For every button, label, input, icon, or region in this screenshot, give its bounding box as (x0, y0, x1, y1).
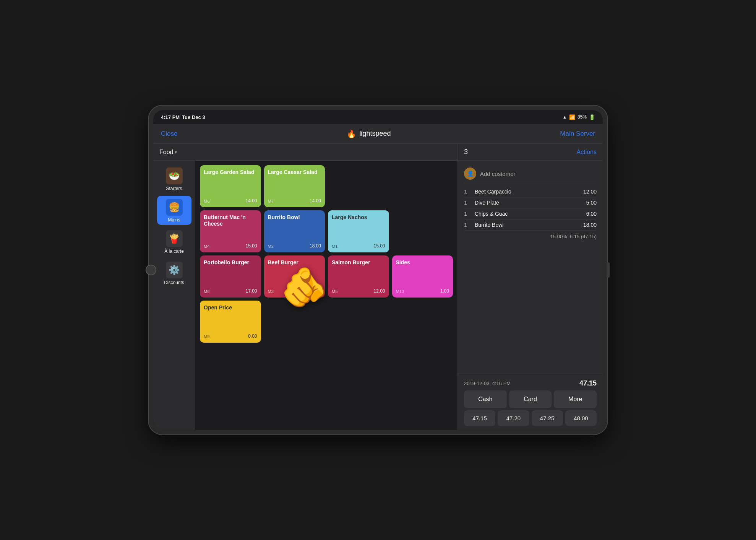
item-code: M9 (204, 334, 209, 339)
sidebar-label-discounts: Discounts (164, 280, 184, 285)
empty-cell-1 (328, 165, 389, 207)
sidebar-item-discounts[interactable]: ⚙️ Discounts (157, 259, 191, 288)
amount-button-3[interactable]: 47.25 (532, 410, 563, 426)
menu-item-open-price[interactable]: Open Price M9 0.00 (200, 301, 261, 343)
close-button[interactable]: Close (161, 130, 177, 138)
payment-buttons: Cash Card More (464, 390, 597, 408)
order-line-2[interactable]: 1 Dive Plate 5.00 (464, 197, 597, 208)
item-code: M5 (332, 289, 337, 294)
order-number: 3 (464, 148, 468, 156)
sidebar-label-alacarte: À la carte (164, 249, 184, 254)
order-line-left: 1 Beet Carpaccio (464, 189, 511, 195)
menu-item-large-nachos[interactable]: Large Nachos M1 15.00 (328, 210, 389, 252)
card-button[interactable]: Card (509, 390, 552, 408)
wifi-icon: 📶 (569, 114, 575, 120)
mains-icon: 🍔 (166, 199, 183, 216)
cash-button[interactable]: Cash (464, 390, 507, 408)
home-button[interactable] (146, 265, 156, 275)
category-selector[interactable]: Food ▾ (159, 149, 177, 156)
battery-label: 85% (578, 114, 587, 120)
menu-item-large-garden-salad[interactable]: Large Garden Salad M6 14.00 (200, 165, 261, 207)
grid-area: 🫵 Large Garden Salad M6 14.00 (195, 161, 457, 430)
order-item-price: 6.00 (586, 211, 597, 217)
order-line-left: 1 Chips & Guac (464, 211, 508, 217)
actions-button[interactable]: Actions (577, 149, 597, 156)
item-footer: M2 18.00 (268, 243, 321, 249)
order-qty: 1 (464, 211, 472, 217)
item-name-burrito: Burrito Bowl (268, 214, 321, 221)
side-button[interactable] (607, 262, 610, 278)
starters-icon: 🥗 (166, 168, 183, 184)
menu-item-large-caesar-salad[interactable]: Large Caesar Salad M7 14.00 (264, 165, 325, 207)
item-price: 1.00 (440, 288, 449, 294)
item-price: 12.00 (373, 288, 385, 294)
category-bar: Food ▾ (153, 144, 457, 161)
status-time: 4:17 PM (161, 114, 180, 120)
item-price: 17.00 (245, 288, 257, 294)
item-name-caesar-salad: Large Caesar Salad (268, 169, 321, 176)
item-footer: M6 17.00 (204, 288, 257, 294)
order-item-price: 12.00 (583, 189, 597, 195)
item-name-sides: Sides (396, 259, 449, 266)
order-total-amount: 47.15 (579, 379, 597, 387)
sidebar-item-alacarte[interactable]: 🍟 À la carte (157, 227, 191, 256)
item-code: M1 (332, 244, 337, 249)
battery-icon: 🔋 (589, 114, 595, 120)
more-button[interactable]: More (554, 390, 597, 408)
item-name-garden-salad: Large Garden Salad (204, 169, 257, 176)
menu-item-butternut-mac[interactable]: Butternut Mac 'n Cheese M4 15.00 (200, 210, 261, 252)
add-customer-row[interactable]: 👤 Add customer (464, 164, 597, 183)
sidebar-item-mains[interactable]: 🍔 Mains (157, 196, 191, 225)
flame-icon: 🔥 (347, 129, 356, 138)
device-frame: 4:17 PM Tue Dec 3 ▲ 📶 85% 🔋 Close 🔥 ligh… (149, 106, 607, 434)
item-name-salmon: Salmon Burger (332, 259, 385, 266)
order-total-row: 2019-12-03, 4:16 PM 47.15 (464, 378, 597, 390)
item-footer: M7 14.00 (268, 198, 321, 203)
item-price: 14.00 (310, 288, 321, 294)
tax-line: 15.00%: 6.15 (47.15) (464, 231, 597, 242)
discounts-icon: ⚙️ (166, 262, 183, 278)
user-button[interactable]: Main Server (560, 130, 595, 138)
order-items-list: 👤 Add customer 1 Beet Carpaccio 12.00 1 (458, 161, 603, 374)
order-item-name: Dive Plate (475, 200, 499, 206)
empty-cell-5 (328, 301, 389, 343)
menu-item-portobello[interactable]: Portobello Burger M6 17.00 (200, 255, 261, 298)
order-line-1[interactable]: 1 Beet Carpaccio 12.00 (464, 186, 597, 197)
item-name-nachos: Large Nachos (332, 214, 385, 221)
order-line-left: 1 Dive Plate (464, 200, 499, 206)
item-code: M4 (204, 244, 209, 249)
amount-button-2[interactable]: 47.20 (498, 410, 529, 426)
item-price: 15.00 (245, 243, 257, 249)
amount-button-1[interactable]: 47.15 (464, 410, 495, 426)
order-timestamp: 2019-12-03, 4:16 PM (464, 381, 511, 386)
menu-grid: Large Garden Salad M6 14.00 Large Caesar… (200, 165, 453, 343)
order-qty: 1 (464, 189, 472, 195)
status-bar: 4:17 PM Tue Dec 3 ▲ 📶 85% 🔋 (153, 110, 603, 124)
empty-cell-3 (392, 210, 453, 252)
item-name-portobello: Portobello Burger (204, 259, 257, 266)
order-footer: 2019-12-03, 4:16 PM 47.15 Cash Card More… (458, 374, 603, 430)
menu-item-salmon[interactable]: Salmon Burger M5 12.00 (328, 255, 389, 298)
amount-button-4[interactable]: 48.00 (565, 410, 597, 426)
order-qty: 1 (464, 222, 472, 228)
item-footer: M6 14.00 (204, 198, 257, 203)
brand-logo: 🔥 lightspeed (347, 129, 391, 138)
menu-item-burrito-bowl[interactable]: Burrito Bowl M2 18.00 (264, 210, 325, 252)
menu-item-beef-burger[interactable]: Beef Burger M3 14.00 (264, 255, 325, 298)
left-panel: Food ▾ 🥗 Starters 🍔 Mains (153, 144, 457, 430)
add-customer-label: Add customer (480, 171, 516, 177)
menu-item-sides[interactable]: Sides M10 1.00 (392, 255, 453, 298)
item-code: M2 (268, 244, 274, 249)
alacarte-icon: 🍟 (166, 230, 183, 247)
empty-cell-2 (392, 165, 453, 207)
item-footer: M9 0.00 (204, 333, 257, 339)
brand-name: lightspeed (359, 130, 391, 138)
sidebar-item-starters[interactable]: 🥗 Starters (157, 164, 191, 194)
order-line-3[interactable]: 1 Chips & Guac 6.00 (464, 208, 597, 220)
item-price: 14.00 (310, 198, 321, 203)
empty-cell-6 (392, 301, 453, 343)
order-line-left: 1 Burrito Bowl (464, 222, 503, 228)
order-line-4[interactable]: 1 Burrito Bowl 18.00 (464, 220, 597, 231)
right-panel: 3 Actions 👤 Add customer 1 Beet Carpacci… (457, 144, 603, 430)
item-code: M10 (396, 289, 404, 294)
